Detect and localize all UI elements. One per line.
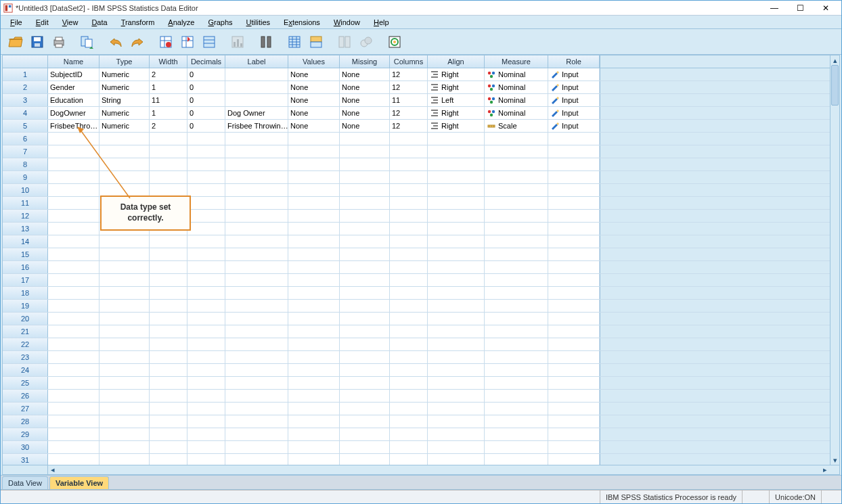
cell-role[interactable]: Input — [548, 120, 600, 132]
cell-width[interactable]: 1 — [150, 107, 187, 119]
row-number[interactable]: 27 — [3, 403, 48, 415]
cell-type[interactable]: Numeric — [99, 68, 150, 81]
cell-values[interactable]: None — [288, 94, 340, 106]
row-number[interactable]: 18 — [3, 287, 48, 299]
row-number[interactable]: 5 — [3, 120, 48, 132]
row-number[interactable]: 2 — [3, 81, 48, 93]
goto-variable-icon[interactable] — [178, 32, 197, 51]
cell-label[interactable]: Frisbee Throwin… — [225, 120, 288, 132]
scroll-left-icon[interactable]: ◂ — [48, 465, 58, 474]
row-number[interactable]: 12 — [3, 210, 48, 222]
row-number[interactable]: 20 — [3, 313, 48, 325]
empty-row[interactable]: 23 — [3, 351, 839, 364]
variable-row[interactable]: 1SubjectIDNumeric20NoneNone12RightNomina… — [3, 68, 839, 81]
row-number[interactable]: 9 — [3, 171, 48, 183]
menu-view[interactable]: View — [57, 17, 84, 28]
vertical-scrollbar[interactable]: ▴ ▾ — [830, 55, 839, 465]
variables-icon[interactable] — [200, 32, 219, 51]
empty-row[interactable]: 24 — [3, 364, 839, 377]
find-icon[interactable] — [257, 32, 275, 51]
cell-values[interactable]: None — [288, 68, 340, 81]
cell-type[interactable]: Numeric — [99, 81, 150, 93]
cell-measure[interactable]: Nominal — [485, 81, 548, 93]
cell-role[interactable]: Input — [548, 81, 600, 93]
run-descriptives-icon[interactable] — [228, 32, 247, 51]
scroll-up-icon[interactable]: ▴ — [830, 55, 839, 65]
cell-label[interactable] — [225, 81, 288, 93]
goto-case-icon[interactable] — [156, 32, 175, 51]
cell-columns[interactable]: 11 — [390, 94, 428, 106]
cell-decimals[interactable]: 0 — [187, 81, 225, 93]
empty-row[interactable]: 19 — [3, 300, 839, 313]
scroll-down-icon[interactable]: ▾ — [830, 455, 839, 465]
empty-row[interactable]: 20 — [3, 313, 839, 325]
col-align[interactable]: Align — [428, 55, 485, 68]
cell-align[interactable]: Right — [428, 81, 485, 93]
cell-role[interactable]: Input — [548, 68, 600, 81]
cell-align[interactable]: Right — [428, 107, 485, 119]
minimize-button[interactable]: — — [761, 1, 787, 15]
menu-utilities[interactable]: Utilities — [241, 17, 275, 28]
empty-row[interactable]: 17 — [3, 274, 839, 287]
cell-type[interactable]: Numeric — [99, 120, 150, 132]
cell-measure[interactable]: Nominal — [485, 68, 548, 81]
row-number[interactable]: 4 — [3, 107, 48, 119]
cell-missing[interactable]: None — [340, 81, 390, 93]
cell-label[interactable] — [225, 68, 288, 81]
menu-edit[interactable]: Edit — [30, 17, 54, 28]
cell-align[interactable]: Left — [428, 94, 485, 106]
row-number[interactable]: 10 — [3, 184, 48, 196]
cell-missing[interactable]: None — [340, 68, 390, 81]
row-number[interactable]: 6 — [3, 133, 48, 145]
col-missing[interactable]: Missing — [340, 55, 390, 68]
col-values[interactable]: Values — [288, 55, 340, 68]
maximize-button[interactable]: ☐ — [787, 1, 813, 15]
cell-label[interactable] — [225, 94, 288, 106]
empty-row[interactable]: 18 — [3, 287, 839, 300]
cell-values[interactable]: None — [288, 107, 340, 119]
save-icon[interactable] — [28, 32, 47, 51]
cell-align[interactable]: Right — [428, 120, 485, 132]
menu-help[interactable]: Help — [368, 17, 395, 28]
variable-row[interactable]: 5FrisbeeThro…Numeric20Frisbee Throwin…No… — [3, 120, 839, 133]
empty-row[interactable]: 6 — [3, 133, 839, 145]
horizontal-scrollbar[interactable]: ◂ ▸ — [3, 465, 839, 474]
menu-data[interactable]: Data — [86, 17, 112, 28]
row-number[interactable]: 28 — [3, 415, 48, 428]
weight-cases-icon[interactable] — [357, 32, 376, 51]
row-number[interactable]: 19 — [3, 300, 48, 312]
open-icon[interactable] — [6, 32, 25, 51]
cell-decimals[interactable]: 0 — [187, 107, 225, 119]
recall-dialog-icon[interactable] — [78, 32, 97, 51]
menu-extensions[interactable]: Extensions — [278, 17, 326, 28]
cell-columns[interactable]: 12 — [390, 107, 428, 119]
cell-columns[interactable]: 12 — [390, 120, 428, 132]
cell-values[interactable]: None — [288, 120, 340, 132]
empty-row[interactable]: 7 — [3, 145, 839, 158]
cell-missing[interactable]: None — [340, 94, 390, 106]
empty-row[interactable]: 28 — [3, 415, 839, 428]
variable-row[interactable]: 2GenderNumeric10NoneNone12RightNominalIn… — [3, 81, 839, 94]
row-number[interactable]: 14 — [3, 235, 48, 248]
close-button[interactable]: ✕ — [813, 1, 839, 15]
scroll-right-icon[interactable]: ▸ — [820, 465, 830, 474]
menu-transform[interactable]: Transform — [116, 17, 160, 28]
row-number[interactable]: 11 — [3, 197, 48, 209]
row-number[interactable]: 21 — [3, 325, 48, 338]
menu-file[interactable]: File — [5, 17, 28, 28]
select-cases-icon[interactable] — [385, 32, 404, 51]
empty-row[interactable]: 16 — [3, 261, 839, 274]
col-label[interactable]: Label — [225, 55, 288, 68]
cell-columns[interactable]: 12 — [390, 81, 428, 93]
empty-row[interactable]: 8 — [3, 158, 839, 171]
cell-decimals[interactable]: 0 — [187, 68, 225, 81]
cell-label[interactable]: Dog Owner — [225, 107, 288, 119]
row-number[interactable]: 24 — [3, 364, 48, 376]
cell-measure[interactable]: Nominal — [485, 107, 548, 119]
col-type[interactable]: Type — [99, 55, 150, 68]
empty-row[interactable]: 30 — [3, 441, 839, 454]
insert-variable-icon[interactable] — [307, 32, 326, 51]
row-number[interactable]: 29 — [3, 428, 48, 440]
cell-missing[interactable]: None — [340, 107, 390, 119]
row-number[interactable]: 30 — [3, 441, 48, 453]
